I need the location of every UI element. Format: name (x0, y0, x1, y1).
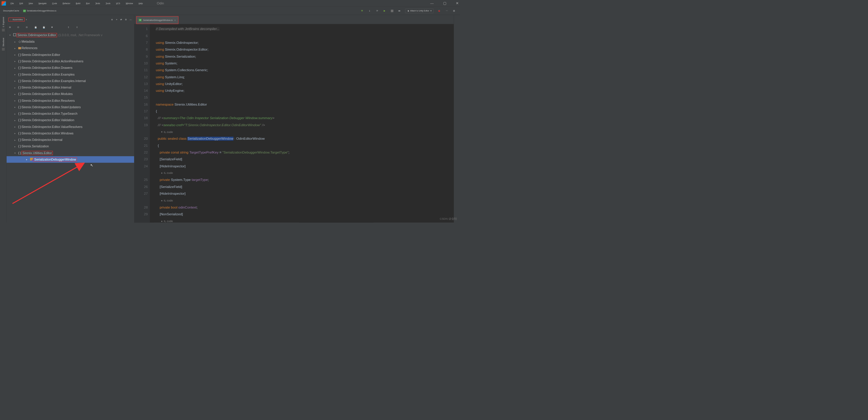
menu-vcs[interactable]: VCS (116, 2, 120, 4)
more-run-icon[interactable]: ⋯ (445, 9, 449, 13)
right-tool-rail (454, 15, 460, 223)
refresh-icon[interactable]: ⟳ (375, 9, 379, 13)
nav-up-icon[interactable]: ↥ (68, 26, 71, 30)
menu-bar: FileEditViewNavigateCodeRefactorBuildRun… (0, 0, 460, 7)
menu-refactor[interactable]: Refactor (63, 2, 70, 4)
tree-namespace[interactable]: ▸{}Sirenix.OdinInspector.Editor.StateUpd… (6, 104, 134, 110)
namespace-icon: {} (18, 131, 22, 135)
target-icon[interactable]: ⊕ (110, 18, 114, 21)
gear-icon[interactable]: ⚙ (124, 18, 128, 21)
close-icon[interactable]: ✕ (456, 1, 459, 6)
menu-run[interactable]: Run (86, 2, 90, 4)
tree-namespace[interactable]: ▸{}Sirenix.OdinInspector.Editor.Windows (6, 130, 134, 137)
breadcrumb-chevron-icon: › (21, 10, 22, 12)
chevron-down-icon: ▾ (431, 10, 432, 12)
menu-help[interactable]: Help (138, 2, 143, 4)
code-editor[interactable]: 1678910111213141516171819202122232425262… (134, 24, 454, 223)
editor-tab[interactable]: C# SerializationDebuggerWindow.cs × (136, 16, 178, 24)
breadcrumb-root[interactable]: DecompilerCache (3, 10, 20, 12)
folder-icon (2, 29, 5, 31)
assemblies-dropdown[interactable]: ⌕ Assemblies (8, 18, 25, 22)
tree-namespace[interactable]: ▸{}Sirenix.OdinInspector.Editor.Examples (6, 71, 134, 78)
menu-view[interactable]: View (29, 2, 33, 4)
chevron-down-icon[interactable]: ▾ (26, 18, 27, 21)
nav-bar: DecompilerCache › C# SerializationDebugg… (0, 7, 460, 15)
tree-icon[interactable]: ⊟ (26, 26, 29, 30)
tree-references[interactable]: ▸ References (6, 45, 134, 52)
unity-icon: ◑ (407, 10, 409, 12)
namespace-icon: {} (18, 98, 22, 102)
save-all-icon[interactable]: 💾 (43, 26, 46, 30)
save-icon[interactable]: 💾 (34, 26, 38, 30)
tree-namespace[interactable]: ▸{}Sirenix.OdinInspector.Internal (6, 137, 134, 143)
references-icon (18, 47, 21, 49)
close-tab-icon[interactable]: × (174, 19, 176, 22)
namespace-icon: {} (18, 105, 22, 109)
tree-namespace[interactable]: ▸{}Sirenix.OdinInspector.Editor.Examples… (6, 78, 134, 84)
namespace-icon: {} (18, 151, 22, 155)
menu-tests[interactable]: Tests (95, 2, 100, 4)
namespace-icon: {} (18, 138, 22, 142)
breadcrumb-file[interactable]: C# SerializationDebuggerWindow.cs (23, 9, 56, 12)
toggle-icon[interactable]: ⇄ (120, 18, 123, 21)
debug-bug-icon[interactable]: 🐞 (437, 9, 441, 13)
add-assembly-icon[interactable]: ⊞ (9, 26, 13, 30)
layout-icon[interactable]: ▥ (452, 9, 456, 13)
assembly-icon (13, 33, 16, 36)
add-folder-icon[interactable]: ⊡ (17, 26, 21, 30)
menu-code[interactable]: Code (52, 2, 57, 4)
tree-namespace-highlighted[interactable]: ▾{} Sirenix.Utilities.Editor (6, 150, 134, 156)
ide-logo-icon (1, 1, 6, 6)
menu-build[interactable]: Build (76, 2, 80, 4)
tree-namespace[interactable]: ▸{}Sirenix.OdinInspector.Editor.Modules (6, 91, 134, 97)
namespace-icon: {} (18, 118, 22, 122)
menu-tools[interactable]: Tools (105, 2, 110, 4)
code-content[interactable]: // Decompiled with JetBrains decompiler.… (154, 24, 454, 223)
csharp-file-icon: C# (139, 19, 142, 22)
build-hammer-icon[interactable]: ⚒ (360, 9, 364, 13)
assembly-tree: ▾ Sirenix.OdinInspector.Editor(1.0.0.0, … (6, 31, 134, 223)
namespace-icon: {} (18, 86, 22, 89)
namespace-icon: {} (18, 79, 22, 83)
left-tool-rail: 1: Explorer Structure (0, 15, 6, 223)
tree-namespace[interactable]: ▸{}Sirenix.OdinInspector.Editor.Drawers (6, 64, 134, 71)
tree-namespace[interactable]: ▸{}Sirenix.OdinInspector.Editor.ActionRe… (6, 58, 134, 64)
menu-file[interactable]: File (10, 2, 14, 4)
menu-window[interactable]: Window (126, 2, 133, 4)
tree-namespace[interactable]: ▸{}Sirenix.OdinInspector.Editor.Internal (6, 84, 134, 91)
namespace-icon: {} (18, 92, 22, 96)
run-config-dropdown[interactable]: ◑ Attach to Unity Editor ▾ (405, 8, 434, 13)
tree-assembly-root[interactable]: ▾ Sirenix.OdinInspector.Editor(1.0.0.0, … (6, 32, 134, 38)
structure-tool-tab[interactable]: Structure (2, 38, 5, 51)
attach-debug-icon[interactable]: ⤓ (368, 9, 372, 13)
namespace-icon: {} (18, 66, 22, 70)
cursor-icon: ↖ (90, 163, 93, 167)
line-gutter: 1678910111213141516171819202122232425262… (134, 24, 150, 223)
tree-metadata[interactable]: ▸ Metadata (6, 38, 134, 45)
minimize-icon[interactable]: — (430, 1, 434, 6)
menu-navigate[interactable]: Navigate (38, 2, 46, 4)
run-play-icon[interactable]: ▶ (383, 9, 387, 13)
namespace-icon: {} (18, 125, 22, 129)
namespace-icon: {} (18, 59, 22, 63)
tree-namespace[interactable]: ▸{}Sirenix.OdinInspector.Editor (6, 52, 134, 58)
skip-icon[interactable]: ⏭ (398, 9, 401, 13)
tree-class-selected[interactable]: ▸ SerializationDebuggerWindow (6, 156, 134, 163)
stop-icon[interactable] (390, 9, 394, 13)
tree-namespace[interactable]: ▸{}Sirenix.OdinInspector.Editor.TypeSear… (6, 110, 134, 117)
watermark: CSDN @金朝 (440, 217, 457, 221)
menu-edit[interactable]: Edit (20, 2, 23, 4)
explorer-tool-tab[interactable]: 1: Explorer (2, 17, 5, 31)
tree-namespace[interactable]: ▸{}Sirenix.OdinInspector.Editor.ValueRes… (6, 123, 134, 130)
tree-namespace[interactable]: ▸{}Sirenix.OdinInspector.Editor.Validati… (6, 117, 134, 123)
tree-namespace[interactable]: ▸{}Sirenix.OdinInspector.Editor.Resolver… (6, 97, 134, 104)
flatten-icon[interactable]: ≡ (115, 18, 119, 21)
collapse-icon[interactable]: — (129, 18, 132, 21)
editor-area: C# SerializationDebuggerWindow.cs × 1678… (134, 15, 454, 223)
nav-down-icon[interactable]: ↧ (76, 26, 80, 30)
tree-namespace[interactable]: ▸{}Sirenix.Serialization (6, 143, 134, 150)
csharp-file-icon: C# (23, 9, 26, 12)
remove-icon[interactable]: ✖ (51, 26, 55, 30)
maximize-icon[interactable]: ▢ (443, 1, 446, 6)
namespace-icon: {} (18, 53, 22, 57)
